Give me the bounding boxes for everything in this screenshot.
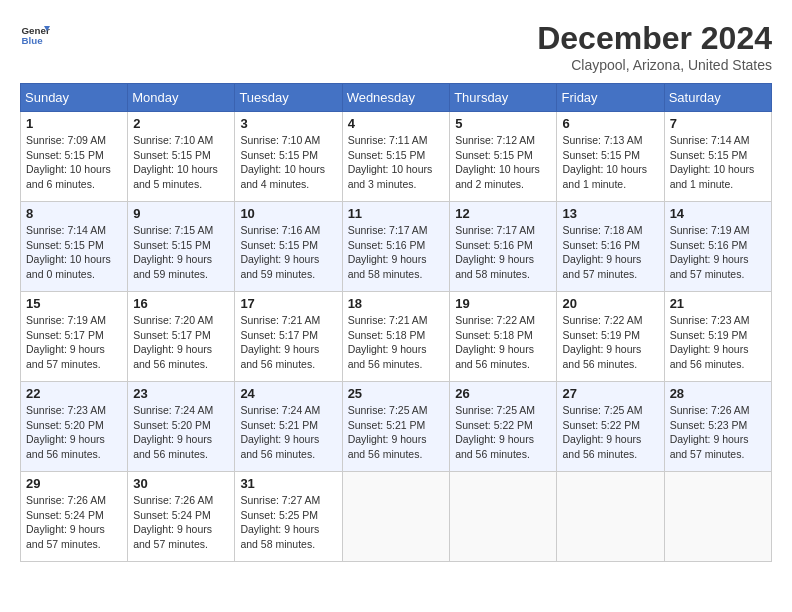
day-number: 25 [348,386,445,401]
day-info: Sunrise: 7:10 AM Sunset: 5:15 PM Dayligh… [133,133,229,192]
col-tuesday: Tuesday [235,84,342,112]
day-number: 5 [455,116,551,131]
day-info: Sunrise: 7:14 AM Sunset: 5:15 PM Dayligh… [26,223,122,282]
day-number: 4 [348,116,445,131]
day-info: Sunrise: 7:22 AM Sunset: 5:19 PM Dayligh… [562,313,658,372]
calendar-cell: 29 Sunrise: 7:26 AM Sunset: 5:24 PM Dayl… [21,472,128,562]
calendar-header-row: Sunday Monday Tuesday Wednesday Thursday… [21,84,772,112]
day-info: Sunrise: 7:24 AM Sunset: 5:21 PM Dayligh… [240,403,336,462]
calendar-cell: 12 Sunrise: 7:17 AM Sunset: 5:16 PM Dayl… [450,202,557,292]
day-info: Sunrise: 7:26 AM Sunset: 5:24 PM Dayligh… [133,493,229,552]
day-info: Sunrise: 7:17 AM Sunset: 5:16 PM Dayligh… [348,223,445,282]
day-number: 21 [670,296,766,311]
day-info: Sunrise: 7:21 AM Sunset: 5:18 PM Dayligh… [348,313,445,372]
calendar-table: Sunday Monday Tuesday Wednesday Thursday… [20,83,772,562]
month-title: December 2024 [537,20,772,57]
day-number: 17 [240,296,336,311]
day-info: Sunrise: 7:23 AM Sunset: 5:19 PM Dayligh… [670,313,766,372]
day-info: Sunrise: 7:19 AM Sunset: 5:17 PM Dayligh… [26,313,122,372]
calendar-cell: 1 Sunrise: 7:09 AM Sunset: 5:15 PM Dayli… [21,112,128,202]
calendar-cell [450,472,557,562]
day-number: 9 [133,206,229,221]
svg-text:Blue: Blue [22,35,44,46]
day-info: Sunrise: 7:21 AM Sunset: 5:17 PM Dayligh… [240,313,336,372]
col-friday: Friday [557,84,664,112]
calendar-cell: 17 Sunrise: 7:21 AM Sunset: 5:17 PM Dayl… [235,292,342,382]
day-number: 23 [133,386,229,401]
calendar-cell: 8 Sunrise: 7:14 AM Sunset: 5:15 PM Dayli… [21,202,128,292]
day-info: Sunrise: 7:13 AM Sunset: 5:15 PM Dayligh… [562,133,658,192]
calendar-cell: 19 Sunrise: 7:22 AM Sunset: 5:18 PM Dayl… [450,292,557,382]
page-header: General Blue December 2024 Claypool, Ari… [20,20,772,73]
calendar-cell: 4 Sunrise: 7:11 AM Sunset: 5:15 PM Dayli… [342,112,450,202]
title-block: December 2024 Claypool, Arizona, United … [537,20,772,73]
day-number: 1 [26,116,122,131]
col-sunday: Sunday [21,84,128,112]
day-number: 12 [455,206,551,221]
day-info: Sunrise: 7:10 AM Sunset: 5:15 PM Dayligh… [240,133,336,192]
calendar-cell: 24 Sunrise: 7:24 AM Sunset: 5:21 PM Dayl… [235,382,342,472]
day-info: Sunrise: 7:09 AM Sunset: 5:15 PM Dayligh… [26,133,122,192]
calendar-cell: 26 Sunrise: 7:25 AM Sunset: 5:22 PM Dayl… [450,382,557,472]
day-info: Sunrise: 7:25 AM Sunset: 5:22 PM Dayligh… [455,403,551,462]
calendar-cell: 2 Sunrise: 7:10 AM Sunset: 5:15 PM Dayli… [128,112,235,202]
day-number: 3 [240,116,336,131]
calendar-cell: 27 Sunrise: 7:25 AM Sunset: 5:22 PM Dayl… [557,382,664,472]
day-number: 19 [455,296,551,311]
calendar-cell: 13 Sunrise: 7:18 AM Sunset: 5:16 PM Dayl… [557,202,664,292]
day-number: 30 [133,476,229,491]
day-info: Sunrise: 7:22 AM Sunset: 5:18 PM Dayligh… [455,313,551,372]
day-number: 31 [240,476,336,491]
calendar-cell: 23 Sunrise: 7:24 AM Sunset: 5:20 PM Dayl… [128,382,235,472]
calendar-cell: 9 Sunrise: 7:15 AM Sunset: 5:15 PM Dayli… [128,202,235,292]
calendar-cell: 6 Sunrise: 7:13 AM Sunset: 5:15 PM Dayli… [557,112,664,202]
day-info: Sunrise: 7:25 AM Sunset: 5:21 PM Dayligh… [348,403,445,462]
day-number: 26 [455,386,551,401]
day-number: 6 [562,116,658,131]
day-number: 20 [562,296,658,311]
day-info: Sunrise: 7:26 AM Sunset: 5:24 PM Dayligh… [26,493,122,552]
day-number: 8 [26,206,122,221]
calendar-cell: 11 Sunrise: 7:17 AM Sunset: 5:16 PM Dayl… [342,202,450,292]
logo: General Blue [20,20,50,50]
col-monday: Monday [128,84,235,112]
day-number: 14 [670,206,766,221]
col-thursday: Thursday [450,84,557,112]
day-number: 24 [240,386,336,401]
calendar-cell [664,472,771,562]
day-info: Sunrise: 7:24 AM Sunset: 5:20 PM Dayligh… [133,403,229,462]
day-info: Sunrise: 7:19 AM Sunset: 5:16 PM Dayligh… [670,223,766,282]
day-info: Sunrise: 7:11 AM Sunset: 5:15 PM Dayligh… [348,133,445,192]
calendar-cell [342,472,450,562]
calendar-cell: 15 Sunrise: 7:19 AM Sunset: 5:17 PM Dayl… [21,292,128,382]
day-number: 13 [562,206,658,221]
calendar-cell: 16 Sunrise: 7:20 AM Sunset: 5:17 PM Dayl… [128,292,235,382]
day-info: Sunrise: 7:14 AM Sunset: 5:15 PM Dayligh… [670,133,766,192]
day-info: Sunrise: 7:17 AM Sunset: 5:16 PM Dayligh… [455,223,551,282]
day-info: Sunrise: 7:23 AM Sunset: 5:20 PM Dayligh… [26,403,122,462]
calendar-cell [557,472,664,562]
day-number: 10 [240,206,336,221]
calendar-cell: 30 Sunrise: 7:26 AM Sunset: 5:24 PM Dayl… [128,472,235,562]
day-number: 7 [670,116,766,131]
calendar-cell: 20 Sunrise: 7:22 AM Sunset: 5:19 PM Dayl… [557,292,664,382]
day-number: 29 [26,476,122,491]
day-info: Sunrise: 7:15 AM Sunset: 5:15 PM Dayligh… [133,223,229,282]
day-info: Sunrise: 7:20 AM Sunset: 5:17 PM Dayligh… [133,313,229,372]
calendar-cell: 21 Sunrise: 7:23 AM Sunset: 5:19 PM Dayl… [664,292,771,382]
calendar-cell: 14 Sunrise: 7:19 AM Sunset: 5:16 PM Dayl… [664,202,771,292]
day-info: Sunrise: 7:25 AM Sunset: 5:22 PM Dayligh… [562,403,658,462]
day-info: Sunrise: 7:16 AM Sunset: 5:15 PM Dayligh… [240,223,336,282]
calendar-cell: 18 Sunrise: 7:21 AM Sunset: 5:18 PM Dayl… [342,292,450,382]
day-number: 16 [133,296,229,311]
calendar-cell: 7 Sunrise: 7:14 AM Sunset: 5:15 PM Dayli… [664,112,771,202]
col-wednesday: Wednesday [342,84,450,112]
day-number: 28 [670,386,766,401]
calendar-cell: 31 Sunrise: 7:27 AM Sunset: 5:25 PM Dayl… [235,472,342,562]
logo-icon: General Blue [20,20,50,50]
day-number: 2 [133,116,229,131]
location: Claypool, Arizona, United States [537,57,772,73]
day-info: Sunrise: 7:27 AM Sunset: 5:25 PM Dayligh… [240,493,336,552]
day-number: 18 [348,296,445,311]
calendar-cell: 10 Sunrise: 7:16 AM Sunset: 5:15 PM Dayl… [235,202,342,292]
